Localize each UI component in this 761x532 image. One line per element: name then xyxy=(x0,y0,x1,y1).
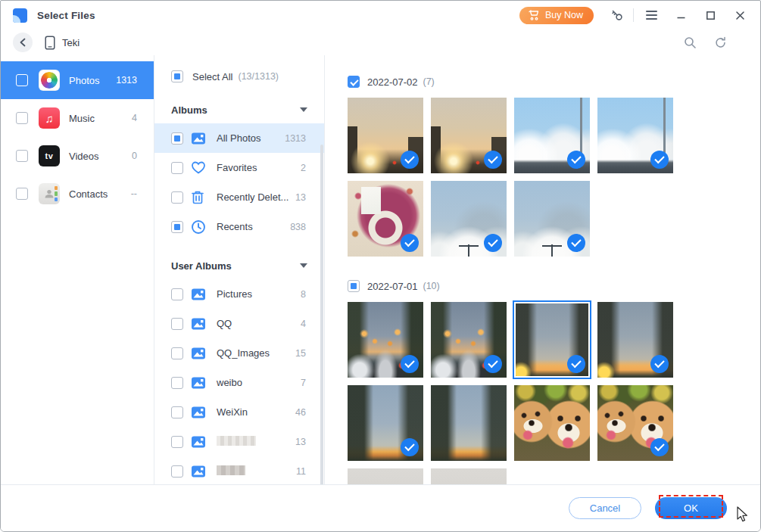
photo-thumbnail-blue-sky-clouds-pole[interactable] xyxy=(514,98,590,173)
sidebar-checkbox-photos[interactable] xyxy=(16,74,28,86)
sidebar-item-count: 1313 xyxy=(116,75,137,86)
ok-label: OK xyxy=(684,502,698,514)
album-row-recently-delet-[interactable]: Recently Delet...13 xyxy=(154,182,324,212)
menu-icon[interactable] xyxy=(641,5,661,25)
search-icon[interactable] xyxy=(680,33,700,52)
album-checkbox[interactable] xyxy=(171,221,183,233)
photo-thumbnail-sunset-street-buildings[interactable] xyxy=(348,98,423,173)
album-count: 13 xyxy=(295,437,306,447)
photo-group-2022-07-02: 2022-07-02(7) xyxy=(348,76,760,257)
album-row-redacted[interactable]: 13 xyxy=(154,427,324,456)
album-row-all-photos[interactable]: All Photos1313 xyxy=(154,123,324,153)
buy-now-label: Buy Now xyxy=(545,10,583,20)
album-checkbox[interactable] xyxy=(171,436,183,448)
checkmark-badge-icon xyxy=(484,355,502,373)
album-row-weibo[interactable]: weibo7 xyxy=(154,368,324,397)
photo-thumbnail-dusk-traffic[interactable] xyxy=(431,302,507,378)
key-register-icon[interactable] xyxy=(607,5,627,25)
album-checkbox[interactable] xyxy=(171,318,183,330)
album-checkbox[interactable] xyxy=(171,288,183,300)
date-group-label: 2022-07-01 xyxy=(367,281,418,292)
heart-icon xyxy=(191,160,206,175)
ok-button[interactable]: OK xyxy=(655,497,727,519)
sidebar-checkbox-music[interactable] xyxy=(16,112,28,124)
album-icon xyxy=(191,316,206,331)
photo-thumbnail-sunset-trees-lamp[interactable] xyxy=(514,302,590,378)
photo-thumbnail-pink-plush-toy[interactable] xyxy=(348,181,423,257)
album-label: weibo xyxy=(217,377,242,388)
titlebar-divider xyxy=(633,8,634,22)
tv-app-icon: tv xyxy=(39,145,60,166)
photo-thumbnail-dusk-traffic[interactable] xyxy=(348,302,423,378)
sidebar-item-label: Contacts xyxy=(69,188,108,200)
album-count: 11 xyxy=(296,466,306,477)
album-row-weixin[interactable]: WeiXin46 xyxy=(154,397,324,427)
sidebar-item-videos[interactable]: tvVideos0 xyxy=(1,137,154,175)
checkmark-badge-icon xyxy=(650,151,669,169)
album-label-redacted xyxy=(217,465,245,478)
albums-scrollbar[interactable] xyxy=(320,145,323,484)
sidebar-item-photos[interactable]: Photos1313 xyxy=(1,61,154,99)
photo-thumbnail-sunset-trees[interactable] xyxy=(348,385,423,461)
sidebar-item-label: Music xyxy=(69,113,95,124)
album-row-qq-images[interactable]: QQ_Images15 xyxy=(154,338,324,368)
photo-thumbnail-two-dogs[interactable] xyxy=(514,385,590,461)
album-checkbox[interactable] xyxy=(171,191,183,204)
sidebar-item-label: Photos xyxy=(69,75,99,86)
album-checkbox[interactable] xyxy=(171,465,183,478)
album-row-redacted[interactable]: 11 xyxy=(154,456,324,484)
checkmark-badge-icon xyxy=(484,151,502,169)
album-checkbox[interactable] xyxy=(171,132,183,145)
photo-thumbnail-cloudy-sky-lamp[interactable] xyxy=(431,181,507,257)
photo-thumbnail-sunset-trees[interactable] xyxy=(431,385,507,461)
album-checkbox[interactable] xyxy=(171,377,183,389)
close-button[interactable] xyxy=(730,5,750,25)
refresh-icon[interactable] xyxy=(710,33,730,52)
select-all-checkbox[interactable] xyxy=(171,70,183,82)
album-section-header: User Albums xyxy=(154,258,324,273)
sidebar-item-music[interactable]: ♫Music4 xyxy=(1,99,154,137)
album-checkbox[interactable] xyxy=(171,406,183,418)
photo-thumbnail-two-dogs[interactable] xyxy=(597,385,673,461)
photo-thumbnail-cloudy-sky-lamp[interactable] xyxy=(514,181,590,257)
album-count: 46 xyxy=(295,407,306,418)
cancel-button[interactable]: Cancel xyxy=(569,497,641,519)
photo-thumbnail-portrait-partial[interactable] xyxy=(431,468,507,484)
album-row-qq[interactable]: QQ4 xyxy=(154,309,324,338)
maximize-button[interactable] xyxy=(700,5,720,25)
album-row-favorites[interactable]: Favorites2 xyxy=(154,153,324,182)
date-group-checkbox[interactable] xyxy=(348,280,360,292)
album-row-pictures[interactable]: Pictures8 xyxy=(154,279,324,309)
album-section-title: User Albums xyxy=(171,260,232,272)
album-checkbox[interactable] xyxy=(171,162,183,174)
sidebar-checkbox-videos[interactable] xyxy=(16,150,28,162)
photo-thumbnail-sunset-street-buildings[interactable] xyxy=(431,98,507,173)
chevron-down-icon[interactable] xyxy=(300,107,307,112)
title-bar: Select Files Buy Now xyxy=(1,1,760,30)
photo-thumbnail-sunset-trees-lamp[interactable] xyxy=(597,302,673,378)
minimize-button[interactable] xyxy=(671,5,691,25)
sidebar-checkbox-contacts[interactable] xyxy=(16,188,28,200)
sidebar-item-count: -- xyxy=(131,188,137,199)
album-checkbox[interactable] xyxy=(171,347,183,359)
album-icon xyxy=(191,131,206,146)
buy-now-button[interactable]: Buy Now xyxy=(519,7,594,24)
select-all-row[interactable]: Select All (13/1313) xyxy=(154,67,324,86)
checkmark-badge-icon xyxy=(567,151,585,169)
checkmark-badge-icon xyxy=(401,438,419,456)
photo-thumbnail-blue-sky-clouds-pole[interactable] xyxy=(597,98,673,173)
album-label: All Photos xyxy=(217,132,261,144)
back-button[interactable] xyxy=(13,33,33,52)
album-count: 15 xyxy=(295,348,306,359)
date-group-checkbox[interactable] xyxy=(348,76,360,88)
album-label: QQ xyxy=(217,318,232,329)
chevron-down-icon[interactable] xyxy=(300,263,307,268)
checkmark-badge-icon xyxy=(401,151,419,169)
sidebar-item-contacts[interactable]: Contacts-- xyxy=(1,175,154,213)
photo-thumbnail-portrait-partial[interactable] xyxy=(348,468,423,484)
album-icon xyxy=(191,434,206,450)
album-count: 7 xyxy=(301,378,306,388)
album-row-recents[interactable]: Recents838 xyxy=(154,212,324,241)
contacts-app-icon xyxy=(39,183,60,204)
album-section-header: Albums xyxy=(154,102,324,117)
